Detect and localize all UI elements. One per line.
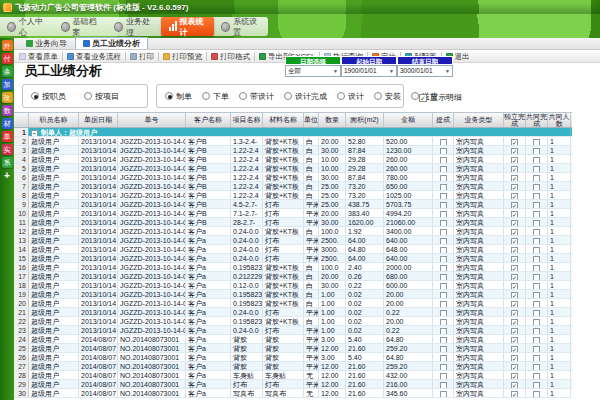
checked-checkbox-icon[interactable]: ✓ — [511, 382, 518, 388]
table-row[interactable]: 18超级用户2013/10/14JGZZD-2013-10-14-004客户a0… — [14, 281, 572, 290]
radio-安装[interactable]: 安装 — [374, 91, 401, 102]
column-header-单位[interactable]: 单位 — [304, 113, 319, 127]
nav-item-报表统计[interactable]: 报表统计 — [161, 17, 215, 36]
unchecked-checkbox-icon[interactable] — [440, 229, 447, 235]
checked-checkbox-icon[interactable]: ✓ — [511, 328, 518, 334]
unchecked-checkbox-icon[interactable] — [440, 247, 447, 253]
nav-item-个人中心[interactable]: 个人中心 — [0, 17, 54, 36]
checked-checkbox-icon[interactable]: ✓ — [511, 346, 518, 352]
table-row[interactable]: 19超级用户2013/10/14JGZZD-2013-10-14-007客户a0… — [14, 290, 572, 299]
table-row[interactable]: 30超级用户2014/08/07NO.201408073001客户a写真布写真布… — [14, 389, 572, 398]
checked-checkbox-icon[interactable]: ✓ — [511, 157, 518, 163]
nav-item-基础档案[interactable]: 基础档案 — [54, 17, 108, 36]
unchecked-checkbox-icon[interactable] — [440, 157, 447, 163]
unchecked-checkbox-icon[interactable] — [440, 184, 447, 190]
table-row[interactable]: 24超级用户2014/08/07NO.201408073001客户a背胶背胶平米… — [14, 335, 572, 344]
checked-checkbox-icon[interactable]: ✓ — [511, 184, 518, 190]
sidebar-shortcut-付[interactable]: 付 — [2, 53, 13, 64]
unchecked-checkbox-icon[interactable] — [533, 229, 540, 235]
nav-item-业务处理[interactable]: 业务处理 — [107, 17, 161, 36]
unchecked-checkbox-icon[interactable] — [440, 391, 447, 397]
unchecked-checkbox-icon[interactable] — [533, 283, 540, 289]
column-header-共同完成[interactable]: 共同完成 — [526, 113, 548, 127]
unchecked-checkbox-icon[interactable] — [440, 337, 447, 343]
unchecked-checkbox-icon[interactable] — [533, 166, 540, 172]
date-filter-dropdown-0[interactable]: 全部▼ — [285, 65, 341, 77]
unchecked-checkbox-icon[interactable] — [533, 256, 540, 262]
sidebar-shortcut-单[interactable]: 单 — [2, 131, 13, 142]
table-row[interactable]: 16超级用户2013/10/14JGZZD-2013-10-14-004客户a0… — [14, 263, 572, 272]
unchecked-checkbox-icon[interactable] — [440, 175, 447, 181]
unchecked-checkbox-icon[interactable] — [533, 148, 540, 154]
checked-checkbox-icon[interactable]: ✓ — [511, 364, 518, 370]
radio-设计完成[interactable]: 设计完成 — [284, 91, 327, 102]
unchecked-checkbox-icon[interactable] — [440, 373, 447, 379]
checked-checkbox-icon[interactable]: ✓ — [511, 238, 518, 244]
nav-item-系统设置[interactable]: 系统设置 — [214, 17, 268, 36]
unchecked-checkbox-icon[interactable] — [533, 202, 540, 208]
unchecked-checkbox-icon[interactable] — [440, 256, 447, 262]
checked-checkbox-icon[interactable]: ✓ — [511, 175, 518, 181]
checked-checkbox-icon[interactable]: ✓ — [511, 139, 518, 145]
sidebar-shortcut-改[interactable]: 改 — [2, 92, 13, 103]
checked-checkbox-icon[interactable]: ✓ — [511, 220, 518, 226]
sidebar-shortcut-数[interactable]: 数 — [2, 105, 13, 116]
radio-带设计[interactable]: 带设计 — [239, 91, 274, 102]
unchecked-checkbox-icon[interactable] — [440, 319, 447, 325]
column-header-职员名称[interactable]: 职员名称 — [29, 113, 79, 127]
unchecked-checkbox-icon[interactable] — [440, 265, 447, 271]
unchecked-checkbox-icon[interactable] — [440, 274, 447, 280]
unchecked-checkbox-icon[interactable] — [440, 283, 447, 289]
table-row[interactable]: 4超级用户2013/10/14JGZZD-2013-10-14-002客户B1.… — [14, 155, 572, 164]
checked-checkbox-icon[interactable]: ✓ — [511, 319, 518, 325]
date-filter-dropdown-1[interactable]: 1900/01/01▼ — [341, 65, 397, 77]
table-row[interactable]: 25超级用户2014/08/07NO.201408073001客户a背胶背胶平米… — [14, 344, 572, 353]
unchecked-checkbox-icon[interactable] — [533, 337, 540, 343]
checked-checkbox-icon[interactable]: ✓ — [511, 247, 518, 253]
unchecked-checkbox-icon[interactable] — [533, 157, 540, 163]
unchecked-checkbox-icon[interactable] — [533, 355, 540, 361]
unchecked-checkbox-icon[interactable] — [533, 175, 540, 181]
unchecked-checkbox-icon[interactable] — [533, 364, 540, 370]
checked-checkbox-icon[interactable]: ✓ — [511, 265, 518, 271]
column-header-面积(m2)[interactable]: 面积(m2) — [346, 113, 384, 127]
unchecked-checkbox-icon[interactable] — [533, 265, 540, 271]
checked-checkbox-icon[interactable]: ✓ — [511, 355, 518, 361]
column-header-业务类型[interactable]: 业务类型 — [454, 113, 504, 127]
column-header-数量[interactable]: 数量 — [319, 113, 346, 127]
table-row[interactable]: 23超级用户2013/10/14JGZZD-2013-10-14-009客户a0… — [14, 326, 572, 335]
table-row[interactable]: 14超级用户2013/10/14JGZZD-2013-10-14-004客户a0… — [14, 245, 572, 254]
table-row[interactable]: 8超级用户2013/10/14JGZZD-2013-10-14-002客户B1.… — [14, 191, 572, 200]
tab-员工业绩分析[interactable]: 员工业绩分析 — [75, 37, 148, 49]
checked-checkbox-icon[interactable]: ✓ — [511, 202, 518, 208]
table-row[interactable]: 20超级用户2013/10/14JGZZD-2013-10-14-008客户a0… — [14, 299, 572, 308]
radio-按职员[interactable]: 按职员 — [31, 91, 66, 102]
sidebar-shortcut-余[interactable]: 余 — [2, 66, 13, 77]
unchecked-checkbox-icon[interactable] — [533, 184, 540, 190]
unchecked-checkbox-icon[interactable] — [533, 391, 540, 397]
table-row[interactable]: 10超级用户2013/10/14JGZZD-2013-10-14-002客户B7… — [14, 209, 572, 218]
unchecked-checkbox-icon[interactable] — [440, 220, 447, 226]
unchecked-checkbox-icon[interactable] — [533, 220, 540, 226]
table-row[interactable]: 12超级用户2013/10/14JGZZD-2013-10-14-004客户a0… — [14, 227, 572, 236]
table-row[interactable]: 26超级用户2014/08/07NO.201408073001客户a背胶背胶平米… — [14, 353, 572, 362]
unchecked-checkbox-icon[interactable] — [440, 382, 447, 388]
radio-制单[interactable]: 制单 — [165, 91, 192, 102]
unchecked-checkbox-icon[interactable] — [440, 148, 447, 154]
unchecked-checkbox-icon[interactable] — [440, 355, 447, 361]
column-header-客户名称[interactable]: 客户名称 — [186, 113, 231, 127]
column-header-单号[interactable]: 单号 — [118, 113, 186, 127]
toolbar-button-打印预览[interactable]: 打印预览 — [160, 51, 205, 62]
tab-业务向导[interactable]: 业务向导 — [18, 37, 75, 49]
table-row[interactable]: 13超级用户2013/10/14JGZZD-2013-10-14-004客户a0… — [14, 236, 572, 245]
table-row[interactable]: 27超级用户2014/08/07NO.201408073001客户a背胶背胶平米… — [14, 362, 572, 371]
checked-checkbox-icon[interactable]: ✓ — [511, 256, 518, 262]
checked-checkbox-icon[interactable]: ✓ — [511, 391, 518, 397]
checked-checkbox-icon[interactable]: ✓ — [511, 211, 518, 217]
checked-checkbox-icon[interactable]: ✓ — [511, 310, 518, 316]
checked-checkbox-icon[interactable]: ✓ — [511, 274, 518, 280]
table-row[interactable]: 21超级用户2013/10/14JGZZD-2013-10-14-008客户a0… — [14, 308, 572, 317]
unchecked-checkbox-icon[interactable] — [533, 247, 540, 253]
checked-checkbox-icon[interactable]: ✓ — [511, 373, 518, 379]
checked-checkbox-icon[interactable]: ✓ — [511, 166, 518, 172]
